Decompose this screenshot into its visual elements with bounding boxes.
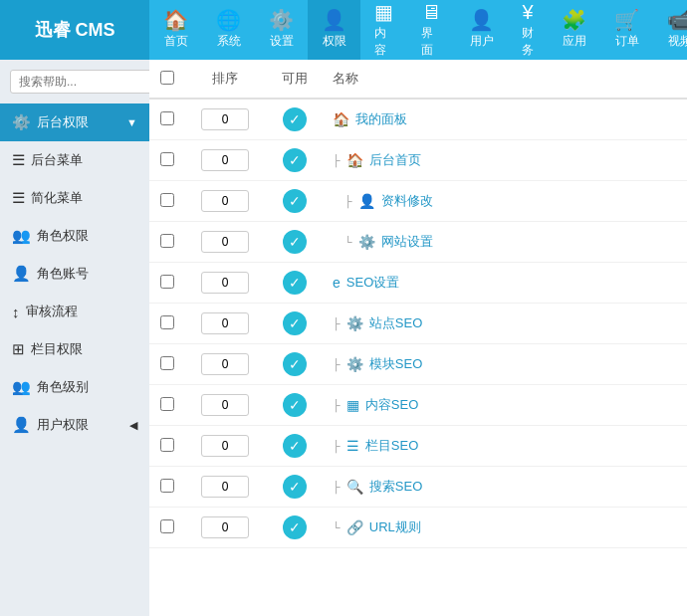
order-input-7[interactable] [201, 394, 249, 416]
avail-icon-3[interactable]: ✓ [283, 230, 307, 254]
avail-icon-0[interactable]: ✓ [283, 107, 307, 131]
avail-icon-2[interactable]: ✓ [283, 189, 307, 213]
row-name-link-7[interactable]: 内容SEO [365, 396, 418, 414]
auth-nav-label: 权限 [323, 33, 346, 50]
row-checkbox-9[interactable] [160, 479, 174, 493]
permissions-table: 排序 可用 名称 ✓🏠我的面板✓├🏠后台首页✓├👤资料修改✓└⚙️网站设置✓eS… [149, 60, 687, 548]
system-nav-icon: 🌐 [216, 10, 241, 30]
row-name-link-3[interactable]: 网站设置 [381, 233, 433, 251]
table-row: ✓├🏠后台首页 [149, 140, 687, 181]
nav-item-ui[interactable]: 🖥界面 [407, 0, 455, 60]
row-name-link-6[interactable]: 模块SEO [369, 355, 422, 373]
row-name-link-4[interactable]: SEO设置 [346, 274, 399, 292]
role-auth-sidebar-label: 角色权限 [37, 227, 89, 245]
avail-icon-10[interactable]: ✓ [283, 515, 307, 539]
order-input-6[interactable] [201, 353, 249, 375]
row-checkbox-2[interactable] [160, 193, 174, 207]
sidebar-menu: ⚙️后台权限▼☰后台菜单☰简化菜单👥角色权限👤角色账号↕审核流程⊞栏目权限👥角色… [0, 103, 149, 444]
indent-symbol-1: ├ [333, 154, 341, 166]
row-prefix-icon-5: ⚙️ [346, 315, 363, 331]
nav-item-user[interactable]: 👤用户 [455, 0, 508, 60]
name-cell-8: ├☰栏目SEO [333, 437, 679, 455]
search-input[interactable] [10, 70, 149, 94]
row-name-link-5[interactable]: 站点SEO [369, 314, 422, 332]
row-name-link-1[interactable]: 后台首页 [369, 151, 421, 169]
avail-icon-8[interactable]: ✓ [283, 434, 307, 458]
sidebar-item-backend-menu[interactable]: ☰后台菜单 [0, 141, 149, 179]
content-nav-icon: ▦ [374, 2, 393, 22]
finance-nav-icon: ¥ [522, 2, 533, 22]
order-input-5[interactable] [201, 312, 249, 334]
order-input-9[interactable] [201, 476, 249, 498]
row-prefix-icon-8: ☰ [346, 438, 359, 454]
order-input-0[interactable] [201, 108, 249, 130]
indent-symbol-10: └ [333, 521, 341, 533]
backend-auth-arrow-icon: ▼ [126, 116, 137, 128]
table-row: ✓├⚙️站点SEO [149, 304, 687, 344]
order-input-1[interactable] [201, 149, 249, 171]
nav-item-finance[interactable]: ¥财务 [508, 0, 548, 60]
name-cell-7: ├▦内容SEO [333, 396, 679, 414]
row-name-link-9[interactable]: 搜索SEO [369, 478, 422, 496]
sidebar-item-role-account[interactable]: 👤角色账号 [0, 255, 149, 293]
sidebar-item-simple-menu[interactable]: ☰简化菜单 [0, 179, 149, 217]
sidebar-item-user-auth[interactable]: 👤用户权限◀ [0, 406, 149, 444]
row-checkbox-4[interactable] [160, 275, 174, 289]
nav-item-video[interactable]: 📹视频 [653, 0, 687, 60]
user-nav-icon: 👤 [469, 10, 494, 30]
order-input-4[interactable] [201, 272, 249, 294]
nav-item-settings[interactable]: ⚙️设置 [255, 0, 308, 60]
indent-symbol-9: ├ [333, 481, 341, 493]
table-row: ✓└⚙️网站设置 [149, 222, 687, 263]
avail-icon-4[interactable]: ✓ [283, 271, 307, 295]
backend-menu-sidebar-label: 后台菜单 [31, 151, 83, 169]
table-row: ✓eSEO设置 [149, 263, 687, 304]
row-name-link-0[interactable]: 我的面板 [355, 110, 407, 128]
order-input-8[interactable] [201, 435, 249, 457]
user-nav-label: 用户 [470, 33, 494, 50]
nav-item-orders[interactable]: 🛒订单 [600, 0, 653, 60]
row-prefix-icon-1: 🏠 [346, 152, 363, 168]
role-auth-sidebar-icon: 👥 [12, 227, 31, 245]
orders-nav-label: 订单 [615, 33, 639, 50]
sidebar-item-role-level[interactable]: 👥角色级别 [0, 368, 149, 406]
top-nav: 迅睿 CMS 🏠首页🌐系统⚙️设置👤权限▦内容🖥界面👤用户¥财务🧩应用🛒订单📹视… [0, 0, 687, 60]
header-name: 名称 [325, 60, 687, 99]
audit-flow-sidebar-label: 审核流程 [26, 303, 78, 320]
role-level-sidebar-label: 角色级别 [37, 378, 89, 396]
indent-symbol-5: ├ [333, 317, 341, 329]
order-input-10[interactable] [201, 516, 249, 538]
sidebar-item-column-auth[interactable]: ⊞栏目权限 [0, 330, 149, 368]
sidebar-item-backend-auth[interactable]: ⚙️后台权限▼ [0, 103, 149, 141]
row-checkbox-10[interactable] [160, 519, 174, 533]
nav-item-apps[interactable]: 🧩应用 [548, 0, 600, 60]
name-cell-1: ├🏠后台首页 [333, 151, 679, 169]
row-name-link-10[interactable]: URL规则 [369, 518, 421, 536]
row-prefix-icon-4: e [333, 275, 341, 291]
order-input-2[interactable] [201, 190, 249, 212]
row-name-link-8[interactable]: 栏目SEO [365, 437, 418, 455]
row-checkbox-0[interactable] [160, 111, 174, 125]
avail-icon-1[interactable]: ✓ [283, 148, 307, 172]
row-checkbox-1[interactable] [160, 152, 174, 166]
nav-item-content[interactable]: ▦内容 [360, 0, 407, 60]
order-input-3[interactable] [201, 231, 249, 253]
select-all-checkbox[interactable] [160, 71, 174, 85]
sidebar-item-audit-flow[interactable]: ↕审核流程 [0, 293, 149, 330]
row-name-link-2[interactable]: 资料修改 [381, 192, 433, 210]
nav-item-auth[interactable]: 👤权限 [308, 0, 360, 60]
avail-icon-6[interactable]: ✓ [283, 352, 307, 376]
video-nav-icon: 📹 [667, 10, 687, 30]
row-checkbox-3[interactable] [160, 234, 174, 248]
row-checkbox-7[interactable] [160, 397, 174, 411]
table-row: ✓🏠我的面板 [149, 99, 687, 140]
nav-item-home[interactable]: 🏠首页 [149, 0, 202, 60]
row-checkbox-8[interactable] [160, 438, 174, 452]
avail-icon-5[interactable]: ✓ [283, 311, 307, 335]
row-checkbox-5[interactable] [160, 315, 174, 329]
avail-icon-7[interactable]: ✓ [283, 393, 307, 417]
sidebar-item-role-auth[interactable]: 👥角色权限 [0, 217, 149, 255]
row-checkbox-6[interactable] [160, 356, 174, 370]
avail-icon-9[interactable]: ✓ [283, 475, 307, 499]
nav-item-system[interactable]: 🌐系统 [202, 0, 255, 60]
